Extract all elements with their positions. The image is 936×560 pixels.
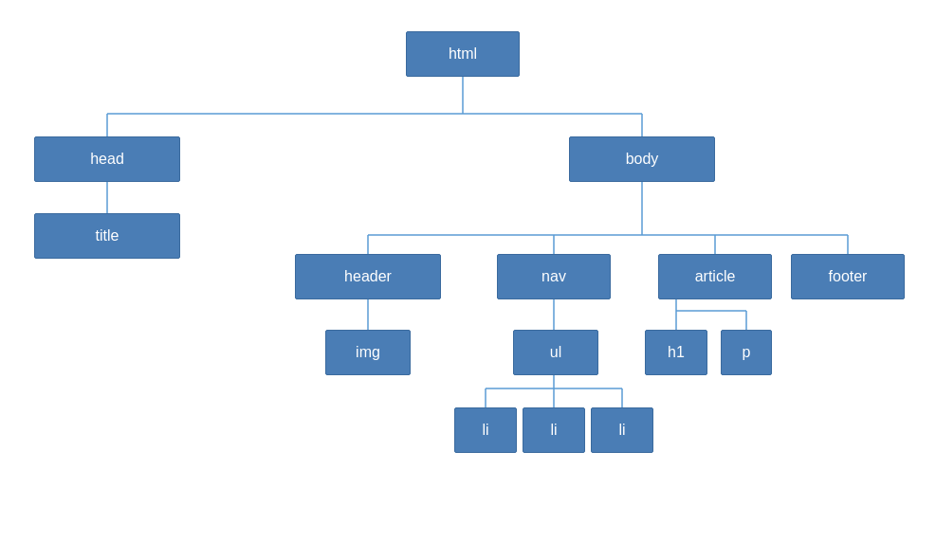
diagram: htmlheadbodytitleheadernavarticlefooteri… xyxy=(0,0,936,560)
node-html: html xyxy=(406,31,520,77)
node-h1: h1 xyxy=(645,330,707,375)
node-p: p xyxy=(721,330,772,375)
node-article: article xyxy=(658,254,772,299)
node-li1: li xyxy=(454,407,517,453)
node-nav: nav xyxy=(497,254,611,299)
node-ul: ul xyxy=(513,330,598,375)
node-li3: li xyxy=(591,407,653,453)
node-title: title xyxy=(34,213,180,259)
node-header: header xyxy=(295,254,441,299)
node-li2: li xyxy=(523,407,585,453)
node-img: img xyxy=(325,330,411,375)
node-head: head xyxy=(34,136,180,182)
node-footer: footer xyxy=(791,254,905,299)
node-body: body xyxy=(569,136,715,182)
